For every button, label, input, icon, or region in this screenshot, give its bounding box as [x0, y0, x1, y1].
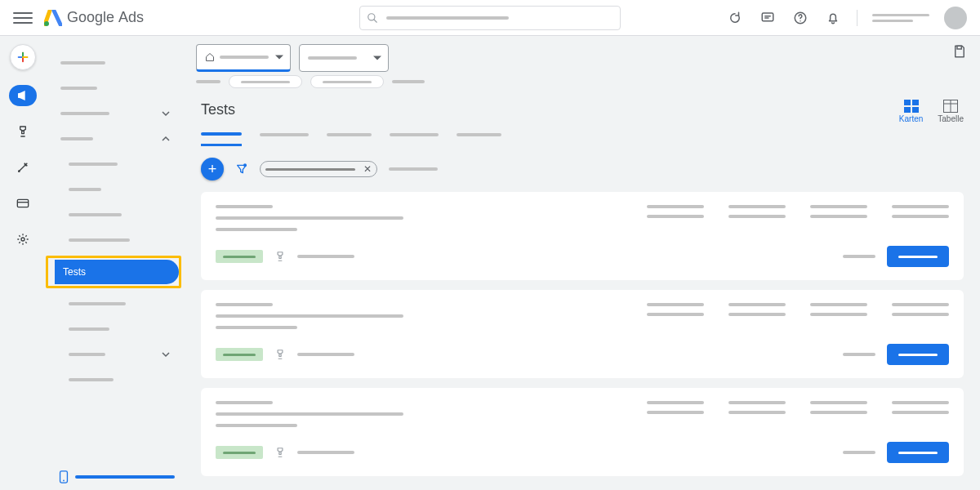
- svg-rect-18: [957, 46, 961, 49]
- rail-billing-icon[interactable]: [9, 193, 37, 214]
- trophy-icon: [274, 349, 286, 360]
- status-badge: [216, 446, 263, 459]
- card-primary-action[interactable]: [887, 344, 949, 365]
- card-metrics: [647, 303, 949, 329]
- save-view-icon[interactable]: [952, 44, 967, 59]
- cards-icon: [904, 100, 919, 113]
- nav-highlight: Tests: [46, 256, 181, 288]
- account-label[interactable]: [872, 14, 929, 22]
- nav-item-tests[interactable]: Tests: [55, 260, 179, 284]
- filter-icon[interactable]: [235, 163, 248, 176]
- crumb-chip[interactable]: [310, 75, 384, 88]
- subtab[interactable]: [260, 123, 309, 146]
- menu-icon[interactable]: [13, 8, 33, 28]
- ads-logo-icon: [44, 10, 62, 26]
- experiment-card[interactable]: [201, 290, 964, 378]
- svg-rect-21: [904, 107, 911, 113]
- help-icon[interactable]: [791, 9, 809, 27]
- svg-rect-3: [762, 13, 773, 21]
- nav-item[interactable]: [46, 154, 185, 174]
- svg-point-7: [800, 20, 801, 22]
- secondary-nav: Tests: [46, 36, 185, 490]
- card-metrics: [647, 205, 949, 231]
- product-logo[interactable]: Google Ads: [44, 9, 144, 26]
- chevron-down-icon: [162, 109, 170, 118]
- nav-item[interactable]: [46, 370, 185, 390]
- scope-account-chip[interactable]: [196, 44, 291, 72]
- create-button[interactable]: [10, 44, 36, 70]
- nav-group[interactable]: [46, 345, 185, 364]
- breadcrumb: [185, 75, 980, 93]
- global-search[interactable]: [359, 6, 621, 30]
- filter-label: [389, 167, 438, 171]
- active-filter-chip[interactable]: ✕: [260, 161, 377, 177]
- chevron-down-icon: [162, 350, 170, 359]
- svg-rect-20: [912, 100, 919, 105]
- avatar[interactable]: [944, 7, 967, 29]
- nav-footer[interactable]: [59, 470, 175, 483]
- trophy-icon: [274, 447, 286, 458]
- svg-point-17: [63, 480, 65, 482]
- view-table[interactable]: Tabelle: [938, 100, 964, 123]
- status-badge: [216, 348, 263, 361]
- svg-rect-22: [912, 107, 919, 113]
- subtab[interactable]: [457, 123, 501, 146]
- scope-row: [185, 36, 980, 75]
- view-cards[interactable]: Karten: [899, 100, 923, 123]
- list-toolbar: + ✕: [185, 146, 980, 192]
- subtab[interactable]: [327, 123, 372, 146]
- page-header: Tests Karten Tabelle: [185, 93, 980, 123]
- svg-point-12: [18, 170, 20, 172]
- subtab[interactable]: [390, 123, 439, 146]
- nav-item[interactable]: [46, 180, 185, 199]
- product-name: Google Ads: [67, 9, 144, 26]
- chat-icon[interactable]: [759, 9, 777, 27]
- nav-item[interactable]: [46, 294, 185, 314]
- table-icon: [943, 100, 958, 113]
- trophy-icon: [274, 251, 286, 262]
- rail-admin-icon[interactable]: [9, 229, 37, 250]
- refresh-icon[interactable]: [726, 9, 744, 27]
- device-icon: [59, 470, 69, 483]
- svg-point-0: [44, 21, 49, 26]
- nav-item[interactable]: [46, 53, 185, 73]
- experiment-card[interactable]: [201, 388, 964, 476]
- svg-rect-13: [17, 199, 28, 207]
- sub-tabs: [185, 123, 980, 146]
- svg-rect-19: [904, 100, 911, 105]
- rail-campaigns-icon[interactable]: [9, 85, 37, 106]
- search-icon: [367, 12, 378, 24]
- crumb[interactable]: [392, 80, 425, 83]
- svg-line-2: [374, 19, 377, 22]
- page-title: Tests: [201, 101, 235, 118]
- rail-tools-icon[interactable]: [9, 157, 37, 178]
- home-icon: [205, 52, 215, 62]
- card-metrics: [647, 401, 949, 427]
- svg-point-15: [21, 238, 24, 241]
- experiment-card-list: [185, 192, 980, 490]
- nav-group[interactable]: [46, 129, 185, 149]
- card-primary-action[interactable]: [887, 246, 949, 267]
- nav-item[interactable]: [46, 230, 185, 250]
- crumb-chip[interactable]: [229, 75, 302, 88]
- remove-filter-icon[interactable]: ✕: [363, 163, 372, 175]
- divider: [857, 10, 858, 26]
- main-content: Tests Karten Tabelle + ✕: [185, 36, 980, 490]
- notifications-icon[interactable]: [824, 9, 842, 27]
- crumb[interactable]: [196, 80, 220, 83]
- subtab[interactable]: [201, 123, 242, 146]
- experiment-card[interactable]: [201, 192, 964, 280]
- add-experiment-button[interactable]: +: [201, 158, 224, 180]
- nav-group[interactable]: [46, 104, 185, 123]
- nav-item[interactable]: [46, 205, 185, 225]
- rail-goals-icon[interactable]: [9, 121, 37, 142]
- status-badge: [216, 250, 263, 263]
- chevron-up-icon: [162, 135, 170, 143]
- icon-rail: [0, 36, 46, 490]
- svg-point-26: [243, 163, 247, 167]
- scope-secondary-chip[interactable]: [299, 44, 389, 72]
- card-primary-action[interactable]: [887, 442, 949, 463]
- view-switch: Karten Tabelle: [899, 100, 964, 123]
- nav-item[interactable]: [46, 78, 185, 98]
- nav-item[interactable]: [46, 319, 185, 339]
